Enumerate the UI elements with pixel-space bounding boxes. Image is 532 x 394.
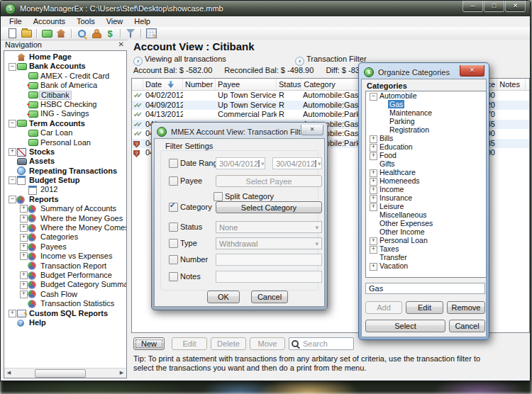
navigation-close-icon[interactable]: ✕ <box>118 41 124 48</box>
nav-item[interactable]: − Budget Setup <box>4 176 126 185</box>
search-input[interactable] <box>301 339 351 349</box>
tree-expander-icon[interactable]: + <box>370 244 378 254</box>
tree-expander-icon[interactable]: + <box>370 151 378 160</box>
nav-item[interactable]: Help <box>4 318 126 327</box>
nav-item[interactable]: + Budget Performance <box>4 271 126 280</box>
add-button[interactable]: Add <box>365 301 402 314</box>
filter-dialog-titlebar[interactable]: $ MMEX Account View: Transaction Filter <box>154 125 325 138</box>
number-column-header[interactable]: Number <box>183 79 216 90</box>
nav-item[interactable]: Bank of America <box>4 81 126 90</box>
category-item[interactable]: Maintenance <box>366 108 486 117</box>
edit-button[interactable]: Edit <box>172 337 207 350</box>
category-item[interactable]: Miscellaneous <box>366 210 486 219</box>
tree-expander-icon[interactable]: + <box>20 291 28 298</box>
category-item[interactable]: Gifts <box>366 159 486 168</box>
tree-expander-icon[interactable]: + <box>20 281 28 289</box>
menu-item[interactable]: View <box>101 16 129 27</box>
remove-button[interactable]: Remove <box>447 301 485 314</box>
category-item[interactable]: + Healthcare <box>366 168 486 176</box>
transaction-filter-icon[interactable] <box>123 28 138 39</box>
select-payee-button[interactable]: Select Payee <box>216 175 322 187</box>
category-item[interactable]: Gas <box>366 100 486 108</box>
nav-item[interactable]: Car Loan <box>4 128 126 137</box>
type-checkbox[interactable] <box>169 239 178 248</box>
category-item[interactable]: + Food <box>366 151 486 159</box>
category-checkbox[interactable] <box>169 203 178 212</box>
nav-item[interactable]: + Custom SQL Reports <box>4 309 126 318</box>
cancel-button[interactable]: Cancel <box>449 320 485 332</box>
nav-item[interactable]: − Reports <box>4 195 126 204</box>
menu-item[interactable]: Tools <box>71 16 101 27</box>
tree-expander-icon[interactable]: − <box>9 176 17 184</box>
open-database-icon[interactable] <box>19 28 33 39</box>
nav-item[interactable]: + Where the Money Goes <box>4 214 126 223</box>
nav-item[interactable]: − Bank Accounts <box>4 62 126 71</box>
payee-column-header[interactable]: Payee <box>216 79 277 90</box>
category-item[interactable]: Registration <box>366 125 486 134</box>
tree-expander-icon[interactable]: + <box>20 252 28 260</box>
nav-item[interactable]: + Summary of Accounts <box>4 204 126 213</box>
viewing-all-transactions-link[interactable]: Viewing all transactions <box>133 55 226 63</box>
menu-item[interactable]: Accounts <box>28 16 71 27</box>
nav-item[interactable]: HSBC Checking <box>4 100 126 109</box>
category-item[interactable]: + Leisure <box>366 202 486 210</box>
ok-button[interactable]: OK <box>207 291 240 303</box>
menu-item[interactable]: File <box>4 16 28 27</box>
edit-button[interactable]: Edit <box>406 301 443 314</box>
status-icon-column-header[interactable] <box>132 79 143 90</box>
category-name-input[interactable]: Gas <box>365 283 485 294</box>
organize-currency-icon[interactable] <box>103 28 117 39</box>
nav-item[interactable]: AMEX - Credit Card <box>4 72 126 81</box>
category-item[interactable]: + Taxes <box>366 244 486 253</box>
maximize-button[interactable]: □ <box>484 1 504 12</box>
nav-item[interactable]: 2012 <box>4 185 126 194</box>
category-item[interactable]: Parking <box>366 117 486 125</box>
new-account-icon[interactable] <box>40 28 54 39</box>
category-item[interactable]: Other Expenses <box>366 219 486 227</box>
select-category-button[interactable]: Select Category <box>216 201 322 213</box>
categories-dialog-close-icon[interactable]: ✕ <box>460 65 484 77</box>
tree-expander-icon[interactable]: + <box>20 234 28 242</box>
notes-column-header[interactable]: Notes <box>497 79 526 90</box>
close-button[interactable]: ✕ <box>505 1 526 12</box>
category-item[interactable]: Transfer <box>366 253 486 261</box>
cancel-button[interactable]: Cancel <box>251 291 288 303</box>
nav-item[interactable]: + Payees <box>4 242 126 252</box>
nav-item[interactable]: + Stocks <box>4 147 126 157</box>
category-item[interactable]: − Automobile <box>366 91 486 100</box>
category-item[interactable]: + Personal Loan <box>366 236 486 244</box>
tree-expander-icon[interactable]: − <box>9 120 17 128</box>
move-button[interactable]: Move <box>250 337 285 350</box>
tree-expander-icon[interactable]: + <box>20 215 28 223</box>
nav-item[interactable]: + Where the Money Comes From <box>4 223 126 232</box>
tree-expander-icon[interactable]: + <box>370 202 378 211</box>
date-to-picker[interactable]: 30/04/2012 <box>272 157 322 169</box>
nav-item[interactable]: Home Page <box>4 52 126 62</box>
tree-expander-icon[interactable]: + <box>9 148 17 156</box>
scroll-right-icon[interactable]: ▶ <box>117 368 126 378</box>
type-dropdown[interactable]: Withdrawal <box>216 237 322 249</box>
nav-item[interactable]: Transaction Report <box>4 261 126 271</box>
notes-input[interactable] <box>216 271 322 283</box>
tree-expander-icon[interactable]: + <box>20 205 28 213</box>
nav-item[interactable]: + Categories <box>4 232 126 242</box>
nav-item[interactable]: Repeating Transactions <box>4 167 126 176</box>
filter-dialog-close-icon[interactable]: ✕ <box>301 125 323 135</box>
minimize-button[interactable]: ─ <box>462 1 483 12</box>
category-item[interactable]: + Homeneeds <box>366 176 486 185</box>
category-item[interactable]: Other Income <box>366 227 486 236</box>
nav-item[interactable]: Citibank <box>4 91 126 100</box>
tree-expander-icon[interactable]: + <box>20 271 28 279</box>
transaction-filter-link[interactable]: Transaction Filter <box>295 55 367 66</box>
status-dropdown[interactable]: None <box>216 221 322 233</box>
category-item[interactable]: + Income <box>366 185 486 193</box>
organize-categories-icon[interactable] <box>89 28 103 39</box>
select-button[interactable]: Select <box>365 320 445 332</box>
new-database-icon[interactable] <box>5 28 19 39</box>
date-range-checkbox[interactable] <box>169 159 178 168</box>
split-category-checkbox[interactable] <box>214 192 223 201</box>
menu-item[interactable]: Help <box>128 16 156 27</box>
category-item[interactable]: + Bills <box>366 134 486 142</box>
new-button[interactable]: New <box>133 337 165 350</box>
home-icon[interactable] <box>54 28 68 39</box>
